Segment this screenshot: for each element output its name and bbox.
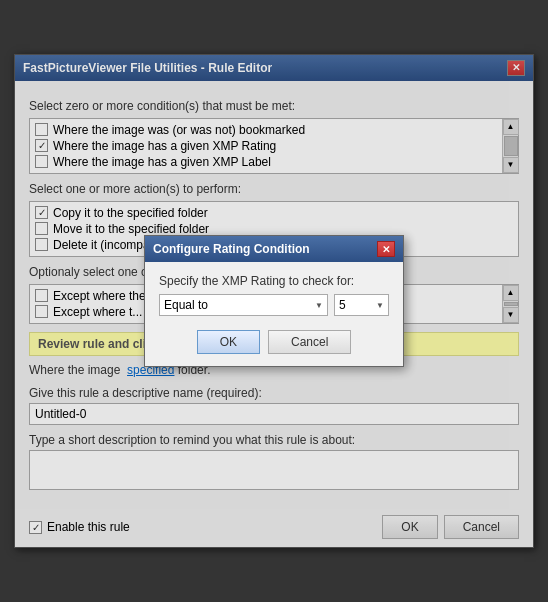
operator-dropdown[interactable]: Equal to ▼ [159,294,328,316]
modal-button-group: OK Cancel [159,330,389,354]
operator-arrow-icon: ▼ [315,301,323,310]
modal-field-label: Specify the XMP Rating to check for: [159,274,389,288]
rating-value: 5 [339,298,346,312]
operator-value: Equal to [164,298,208,312]
configure-rating-modal: Configure Rating Condition ✕ Specify the… [144,235,404,367]
rating-arrow-icon: ▼ [376,301,384,310]
modal-title: Configure Rating Condition [153,242,310,256]
modal-body: Specify the XMP Rating to check for: Equ… [145,262,403,366]
modal-cancel-button[interactable]: Cancel [268,330,351,354]
modal-dropdowns: Equal to ▼ 5 ▼ [159,294,389,316]
rating-value-dropdown[interactable]: 5 ▼ [334,294,389,316]
modal-title-bar: Configure Rating Condition ✕ [145,236,403,262]
modal-ok-button[interactable]: OK [197,330,260,354]
modal-overlay: Configure Rating Condition ✕ Specify the… [0,0,548,602]
modal-close-button[interactable]: ✕ [377,241,395,257]
